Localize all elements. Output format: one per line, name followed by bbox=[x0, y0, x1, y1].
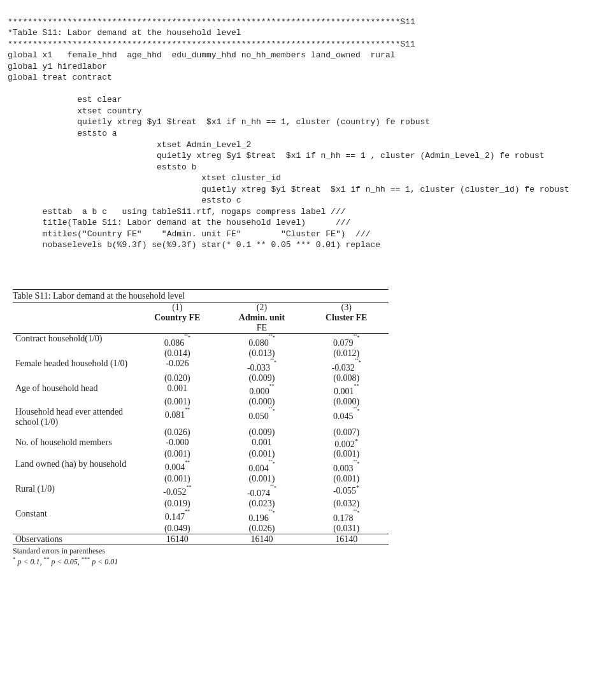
row-label: Land owned (ha) by household bbox=[13, 459, 135, 474]
star-icon: * bbox=[13, 556, 16, 562]
cell-value: 0.045*** bbox=[304, 407, 389, 427]
cell-se: (0.007) bbox=[304, 427, 389, 438]
code-line: esttab a b c using tableS11.rtf, nogaps … bbox=[8, 207, 346, 217]
table-footnote: Standard errors in parentheses * p < 0.1… bbox=[13, 545, 389, 567]
cell-se: (0.001) bbox=[135, 449, 220, 459]
table-row: (0.014) (0.013) (0.012) bbox=[13, 348, 389, 359]
table-row: Household head ever attended school (1/0… bbox=[13, 407, 389, 427]
code-line: eststo c bbox=[8, 196, 241, 205]
table-title: Table S11: Labor demand at the household… bbox=[13, 289, 389, 302]
code-line: xtset Admin_Level_2 bbox=[8, 140, 251, 150]
code-line: quietly xtreg $y1 $treat $x1 if n_hh == … bbox=[8, 185, 569, 194]
cell-se: (0.023) bbox=[220, 499, 304, 509]
footnote-se: Standard errors in parentheses bbox=[13, 546, 389, 556]
col-number-3: (3) bbox=[304, 303, 389, 313]
code-line: eststo b bbox=[8, 162, 196, 172]
code-line: est clear bbox=[8, 95, 122, 104]
cell-se: (0.026) bbox=[135, 427, 220, 438]
cell-value: 0.001 bbox=[135, 383, 220, 397]
cell-value: 0.196*** bbox=[220, 509, 304, 524]
table-row: (0.001) (0.000) (0.000) bbox=[13, 397, 389, 407]
table-row: Rural (1/0) -0.052** -0.074*** -0.055* bbox=[13, 484, 389, 499]
cell-value: 0.178*** bbox=[304, 509, 389, 524]
cell-se: (0.001) bbox=[220, 474, 304, 484]
cell-value: -0.052** bbox=[135, 484, 220, 499]
cell-se: (0.019) bbox=[135, 499, 220, 509]
cell-value: 0.050*** bbox=[220, 407, 304, 427]
table-row: Age of household head 0.001 0.000** 0.00… bbox=[13, 383, 389, 397]
table-row: (0.001) (0.001) (0.001) bbox=[13, 474, 389, 484]
cell-value: -0.000 bbox=[135, 438, 220, 450]
table-row: Land owned (ha) by household 0.004** 0.0… bbox=[13, 459, 389, 474]
code-line: mtitles("Country FE" "Admin. unit FE" "C… bbox=[8, 229, 371, 239]
cell-se: (0.009) bbox=[220, 427, 304, 438]
row-label: Household head ever attended school (1/0… bbox=[13, 407, 135, 427]
cell-value: 0.002* bbox=[304, 438, 389, 450]
cell-se: (0.031) bbox=[304, 524, 389, 534]
col-number-1: (1) bbox=[135, 303, 220, 313]
cell-se: (0.049) bbox=[135, 524, 220, 534]
cell-value: 0.086*** bbox=[135, 334, 220, 348]
cell-se: (0.000) bbox=[220, 397, 304, 407]
table-row: (0.020) (0.009) (0.008) bbox=[13, 373, 389, 383]
cell-value: 0.003*** bbox=[304, 459, 389, 474]
code-line: ****************************************… bbox=[8, 39, 415, 49]
code-line: *Table S11: Labor demand at the househol… bbox=[8, 28, 241, 38]
col-header-1: Country FE bbox=[135, 313, 220, 323]
header-blank bbox=[135, 323, 220, 334]
col-header-2a: Admin. unit bbox=[220, 313, 304, 323]
cell-se: (0.000) bbox=[304, 397, 389, 407]
cell-se: (0.001) bbox=[304, 449, 389, 459]
table-row: Contract household(1/0) 0.086*** 0.080**… bbox=[13, 334, 389, 348]
cell-se: (0.026) bbox=[220, 524, 304, 534]
header-blank bbox=[304, 323, 389, 334]
cell-se: (0.001) bbox=[304, 474, 389, 484]
table-row: (0.026) (0.009) (0.007) bbox=[13, 427, 389, 438]
code-line: global treat contract bbox=[8, 73, 112, 82]
table-row: (0.049) (0.026) (0.031) bbox=[13, 524, 389, 534]
table-row: Female headed household (1/0) -0.026 -0.… bbox=[13, 359, 389, 373]
footnote-significance: * p < 0.1, ** p < 0.05, *** p < 0.01 bbox=[13, 556, 389, 567]
star-icon: ** bbox=[44, 556, 50, 562]
cell-se: (0.012) bbox=[304, 348, 389, 359]
code-line: nobaselevels b(%9.3f) se(%9.3f) star(* 0… bbox=[8, 240, 380, 250]
row-label: Female headed household (1/0) bbox=[13, 359, 135, 373]
header-blank bbox=[13, 313, 135, 323]
observations-row: Observations 16140 16140 16140 bbox=[13, 534, 389, 545]
code-line: xtset cluster_id bbox=[8, 173, 281, 183]
regression-table: (1) (2) (3) Country FE Admin. unit Clust… bbox=[13, 302, 389, 545]
col-header-2b: FE bbox=[220, 323, 304, 334]
cell-se: (0.020) bbox=[135, 373, 220, 383]
code-line: title(Table S11: Labor demand at the hou… bbox=[8, 218, 350, 227]
code-line: xtset country bbox=[8, 106, 142, 116]
sig-text: p < 0.1, bbox=[18, 557, 44, 566]
code-line: eststo a bbox=[8, 129, 117, 138]
header-blank bbox=[13, 323, 135, 334]
sig-text: p < 0.01 bbox=[92, 557, 118, 566]
cell-se: (0.001) bbox=[135, 474, 220, 484]
code-line: ****************************************… bbox=[8, 17, 415, 27]
cell-value: 0.000** bbox=[220, 383, 304, 397]
cell-se: (0.009) bbox=[220, 373, 304, 383]
table-row: (0.019) (0.023) (0.032) bbox=[13, 499, 389, 509]
row-label: Contract household(1/0) bbox=[13, 334, 135, 348]
table-row: (0.001) (0.001) (0.001) bbox=[13, 449, 389, 459]
cell-value: 0.081** bbox=[135, 407, 220, 427]
cell-se: (0.001) bbox=[220, 449, 304, 459]
obs-label: Observations bbox=[13, 534, 135, 545]
cell-value: 0.147** bbox=[135, 509, 220, 524]
header-blank bbox=[13, 303, 135, 313]
table-row: No. of household members -0.000 0.001 0.… bbox=[13, 438, 389, 450]
stata-code-block: ****************************************… bbox=[8, 5, 608, 251]
cell-value: 0.079*** bbox=[304, 334, 389, 348]
cell-value: 0.004*** bbox=[220, 459, 304, 474]
obs-value: 16140 bbox=[220, 534, 304, 545]
col-header-3: Cluster FE bbox=[304, 313, 389, 323]
cell-value: -0.074*** bbox=[220, 484, 304, 499]
cell-se: (0.032) bbox=[304, 499, 389, 509]
cell-value: -0.026 bbox=[135, 359, 220, 373]
code-line: quietly xtreg $y1 $treat $x1 if n_hh == … bbox=[8, 151, 545, 160]
cell-se: (0.013) bbox=[220, 348, 304, 359]
row-label: Constant bbox=[13, 509, 135, 524]
cell-value: 0.001 bbox=[220, 438, 304, 450]
